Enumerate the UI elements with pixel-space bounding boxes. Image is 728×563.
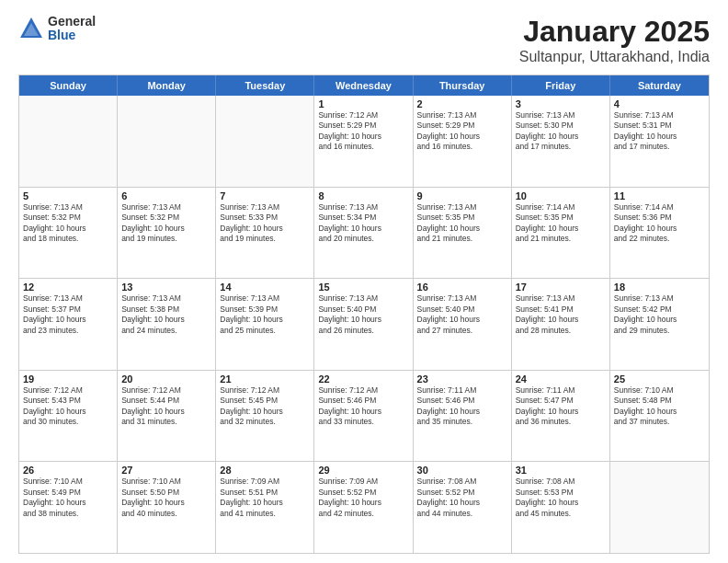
calendar-row-3: 19Sunrise: 7:12 AMSunset: 5:43 PMDayligh… bbox=[19, 370, 709, 462]
calendar-cell: 10Sunrise: 7:14 AMSunset: 5:35 PMDayligh… bbox=[512, 188, 610, 279]
cell-info-line: Daylight: 10 hours bbox=[220, 498, 310, 508]
cell-info-line: and 38 minutes. bbox=[23, 509, 113, 519]
cell-info-line: Sunset: 5:40 PM bbox=[417, 304, 507, 315]
cell-info-line: Sunrise: 7:13 AM bbox=[220, 202, 310, 213]
cell-info-line: Daylight: 10 hours bbox=[220, 407, 310, 417]
calendar-header: SundayMondayTuesdayWednesdayThursdayFrid… bbox=[19, 75, 709, 96]
day-number: 25 bbox=[614, 373, 705, 385]
calendar-row-2: 12Sunrise: 7:13 AMSunset: 5:37 PMDayligh… bbox=[19, 278, 709, 370]
cell-info-line: Daylight: 10 hours bbox=[121, 407, 211, 417]
cell-info-line: and 24 minutes. bbox=[121, 326, 211, 336]
cell-info-line: Sunrise: 7:13 AM bbox=[220, 293, 310, 304]
cell-info-line: Daylight: 10 hours bbox=[121, 315, 211, 325]
day-number: 11 bbox=[614, 190, 705, 201]
cell-info-line: Daylight: 10 hours bbox=[614, 407, 705, 417]
day-number: 6 bbox=[121, 190, 211, 201]
cell-info-line: Daylight: 10 hours bbox=[121, 224, 211, 234]
cell-info-line: Daylight: 10 hours bbox=[417, 498, 507, 508]
calendar-cell: 29Sunrise: 7:09 AMSunset: 5:52 PMDayligh… bbox=[314, 462, 413, 553]
calendar-cell bbox=[610, 462, 709, 553]
header-day-thursday: Thursday bbox=[414, 75, 512, 96]
header-day-wednesday: Wednesday bbox=[314, 75, 413, 96]
cell-info-line: Daylight: 10 hours bbox=[516, 315, 606, 325]
cell-info-line: Sunrise: 7:13 AM bbox=[614, 293, 705, 304]
cell-info-line: Sunset: 5:29 PM bbox=[417, 121, 507, 131]
cell-info-line: and 19 minutes. bbox=[121, 234, 211, 244]
cell-info-line: and 36 minutes. bbox=[516, 417, 606, 427]
cell-info-line: Sunset: 5:38 PM bbox=[121, 304, 211, 315]
cell-info-line: Sunset: 5:44 PM bbox=[121, 396, 211, 406]
calendar-cell: 31Sunrise: 7:08 AMSunset: 5:53 PMDayligh… bbox=[512, 462, 610, 553]
cell-info-line: Sunset: 5:42 PM bbox=[614, 304, 705, 315]
cell-info-line: Daylight: 10 hours bbox=[318, 132, 408, 142]
calendar-cell: 20Sunrise: 7:12 AMSunset: 5:44 PMDayligh… bbox=[118, 371, 216, 462]
day-number: 15 bbox=[318, 282, 408, 293]
calendar-cell: 18Sunrise: 7:13 AMSunset: 5:42 PMDayligh… bbox=[610, 279, 709, 370]
calendar-cell: 25Sunrise: 7:10 AMSunset: 5:48 PMDayligh… bbox=[610, 371, 709, 462]
cell-info-line: Daylight: 10 hours bbox=[318, 498, 408, 508]
cell-info-line: and 27 minutes. bbox=[417, 326, 507, 336]
cell-info-line: Sunset: 5:39 PM bbox=[220, 304, 310, 315]
day-number: 26 bbox=[23, 465, 113, 476]
calendar-cell: 17Sunrise: 7:13 AMSunset: 5:41 PMDayligh… bbox=[512, 279, 610, 370]
calendar-cell: 13Sunrise: 7:13 AMSunset: 5:38 PMDayligh… bbox=[118, 279, 216, 370]
cell-info-line: Sunset: 5:29 PM bbox=[318, 121, 408, 131]
cell-info-line: Sunset: 5:45 PM bbox=[220, 396, 310, 406]
calendar-cell: 15Sunrise: 7:13 AMSunset: 5:40 PMDayligh… bbox=[314, 279, 413, 370]
cell-info-line: Daylight: 10 hours bbox=[23, 498, 113, 508]
logo-text: General Blue bbox=[48, 15, 96, 43]
cell-info-line: Sunrise: 7:10 AM bbox=[121, 477, 211, 487]
cell-info-line: Daylight: 10 hours bbox=[516, 132, 606, 142]
cell-info-line: and 42 minutes. bbox=[318, 509, 408, 519]
cell-info-line: and 44 minutes. bbox=[417, 509, 507, 519]
day-number: 5 bbox=[23, 190, 113, 201]
cell-info-line: Daylight: 10 hours bbox=[614, 315, 705, 325]
calendar: SundayMondayTuesdayWednesdayThursdayFrid… bbox=[18, 75, 710, 554]
cell-info-line: Sunrise: 7:13 AM bbox=[516, 110, 606, 121]
cell-info-line: Daylight: 10 hours bbox=[23, 224, 113, 234]
day-number: 29 bbox=[318, 465, 408, 476]
header-day-tuesday: Tuesday bbox=[216, 75, 314, 96]
cell-info-line: Daylight: 10 hours bbox=[121, 498, 211, 508]
header: General Blue January 2025 Sultanpur, Utt… bbox=[18, 15, 710, 65]
title-block: January 2025 Sultanpur, Uttarakhand, Ind… bbox=[519, 15, 710, 65]
cell-info-line: Sunrise: 7:13 AM bbox=[121, 293, 211, 304]
calendar-cell: 21Sunrise: 7:12 AMSunset: 5:45 PMDayligh… bbox=[216, 371, 314, 462]
cell-info-line: Sunset: 5:31 PM bbox=[614, 121, 705, 131]
cell-info-line: Daylight: 10 hours bbox=[614, 224, 705, 234]
cell-info-line: Sunset: 5:51 PM bbox=[220, 488, 310, 498]
cell-info-line: Sunset: 5:52 PM bbox=[417, 488, 507, 498]
cell-info-line: Sunrise: 7:13 AM bbox=[318, 293, 408, 304]
cell-info-line: and 26 minutes. bbox=[318, 326, 408, 336]
day-number: 14 bbox=[220, 282, 310, 293]
cell-info-line: Sunrise: 7:10 AM bbox=[23, 477, 113, 487]
calendar-cell: 19Sunrise: 7:12 AMSunset: 5:43 PMDayligh… bbox=[19, 371, 118, 462]
cell-info-line: Sunset: 5:32 PM bbox=[23, 213, 113, 223]
calendar-cell: 3Sunrise: 7:13 AMSunset: 5:30 PMDaylight… bbox=[512, 96, 610, 187]
cell-info-line: Daylight: 10 hours bbox=[318, 315, 408, 325]
calendar-cell: 28Sunrise: 7:09 AMSunset: 5:51 PMDayligh… bbox=[216, 462, 314, 553]
cell-info-line: Sunrise: 7:14 AM bbox=[614, 202, 705, 213]
cell-info-line: and 40 minutes. bbox=[121, 509, 211, 519]
cell-info-line: Daylight: 10 hours bbox=[417, 315, 507, 325]
cell-info-line: Sunrise: 7:11 AM bbox=[516, 385, 606, 396]
cell-info-line: Sunset: 5:35 PM bbox=[516, 213, 606, 223]
cell-info-line: and 29 minutes. bbox=[614, 326, 705, 336]
cell-info-line: Sunrise: 7:14 AM bbox=[516, 202, 606, 213]
calendar-cell: 22Sunrise: 7:12 AMSunset: 5:46 PMDayligh… bbox=[314, 371, 413, 462]
calendar-cell: 6Sunrise: 7:13 AMSunset: 5:32 PMDaylight… bbox=[118, 188, 216, 279]
day-number: 31 bbox=[516, 465, 606, 476]
cell-info-line: Daylight: 10 hours bbox=[220, 315, 310, 325]
day-number: 13 bbox=[121, 282, 211, 293]
cell-info-line: and 21 minutes. bbox=[516, 234, 606, 244]
day-number: 30 bbox=[417, 465, 507, 476]
day-number: 16 bbox=[417, 282, 507, 293]
day-number: 21 bbox=[220, 373, 310, 385]
calendar-cell: 12Sunrise: 7:13 AMSunset: 5:37 PMDayligh… bbox=[19, 279, 118, 370]
calendar-row-1: 5Sunrise: 7:13 AMSunset: 5:32 PMDaylight… bbox=[19, 187, 709, 279]
day-number: 12 bbox=[23, 282, 113, 293]
calendar-body: 1Sunrise: 7:12 AMSunset: 5:29 PMDaylight… bbox=[19, 96, 709, 553]
cell-info-line: and 22 minutes. bbox=[614, 234, 705, 244]
cell-info-line: and 16 minutes. bbox=[318, 142, 408, 152]
cell-info-line: Sunset: 5:34 PM bbox=[318, 213, 408, 223]
